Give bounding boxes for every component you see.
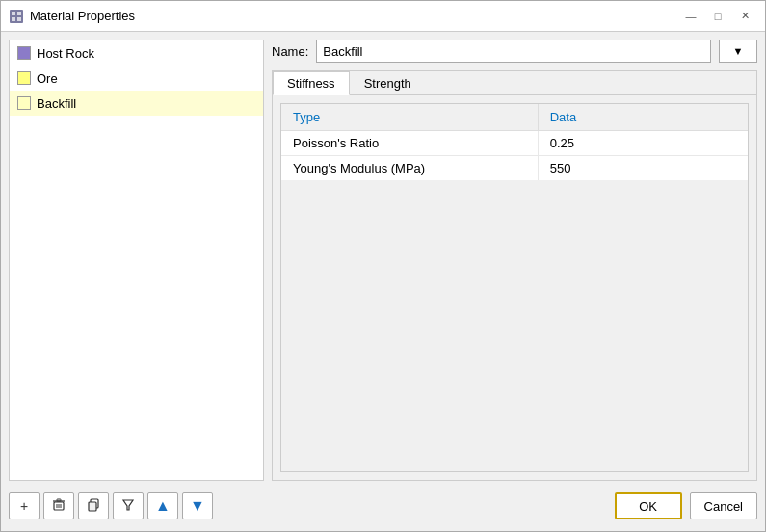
copy-icon: [87, 498, 100, 515]
window-controls: — □ ✕: [678, 7, 757, 26]
svg-rect-3: [12, 17, 15, 21]
svg-rect-4: [17, 17, 21, 21]
move-down-button[interactable]: ▼: [182, 492, 213, 519]
toolbar-right: OK Cancel: [615, 492, 757, 519]
arrow-up-icon: ▲: [155, 497, 171, 515]
main-content: Host Rock Ore Backfill Name:: [9, 40, 757, 481]
tab-stiffness[interactable]: Stiffness: [273, 71, 350, 95]
row-0-data: 0.25: [538, 131, 748, 156]
stiffness-table: Type Data Poisson's Ratio 0.25: [281, 104, 748, 180]
window-body: Host Rock Ore Backfill Name:: [1, 32, 765, 531]
material-properties-window: Material Properties — □ ✕ Host Rock Ore: [0, 0, 766, 532]
window-title: Material Properties: [30, 9, 673, 23]
bottom-bar: +: [9, 489, 757, 523]
window-icon: [9, 9, 24, 24]
table-row: Poisson's Ratio 0.25: [281, 131, 748, 156]
material-list-panel: Host Rock Ore Backfill: [9, 40, 264, 481]
toolbar-left: +: [9, 492, 615, 519]
row-1-type: Young's Modulus (MPa): [281, 156, 538, 181]
arrow-down-icon: ▼: [190, 497, 205, 515]
row-0-type: Poisson's Ratio: [281, 131, 538, 156]
svg-marker-13: [123, 500, 133, 510]
name-input[interactable]: [316, 40, 711, 63]
backfill-label: Backfill: [37, 96, 76, 111]
backfill-swatch: [17, 96, 31, 110]
right-panel: Name: ▼ Stiffness Strength: [272, 40, 757, 481]
delete-icon: [52, 498, 66, 515]
svg-rect-2: [17, 12, 21, 15]
filter-button[interactable]: [113, 492, 144, 519]
col-header-data: Data: [538, 104, 748, 131]
svg-rect-1: [12, 12, 15, 15]
material-list: Host Rock Ore Backfill: [10, 40, 263, 480]
host-rock-swatch: [17, 46, 31, 60]
cancel-button[interactable]: Cancel: [690, 492, 757, 519]
host-rock-label: Host Rock: [37, 46, 94, 61]
move-up-button[interactable]: ▲: [147, 492, 178, 519]
tab-stiffness-label: Stiffness: [287, 76, 335, 91]
copy-button[interactable]: [78, 492, 109, 519]
col-header-type: Type: [281, 104, 538, 131]
svg-rect-12: [89, 502, 96, 511]
name-row: Name: ▼: [272, 40, 757, 63]
table-row: Young's Modulus (MPa) 550: [281, 156, 748, 181]
filter-icon: [121, 498, 135, 515]
title-bar: Material Properties — □ ✕: [1, 1, 765, 32]
name-label: Name:: [272, 44, 308, 59]
tab-strip: Stiffness Strength: [273, 71, 756, 95]
name-dropdown-button[interactable]: ▼: [719, 40, 757, 63]
maximize-button[interactable]: □: [705, 7, 730, 26]
row-1-data: 550: [538, 156, 748, 181]
minimize-button[interactable]: —: [678, 7, 703, 26]
add-button[interactable]: +: [9, 492, 40, 519]
stiffness-table-container: Type Data Poisson's Ratio 0.25: [280, 103, 749, 472]
tab-panel-stiffness: Type Data Poisson's Ratio 0.25: [273, 95, 756, 480]
delete-button[interactable]: [43, 492, 74, 519]
close-button[interactable]: ✕: [732, 7, 757, 26]
add-icon: +: [20, 498, 28, 514]
material-item-backfill[interactable]: Backfill: [10, 91, 263, 116]
tab-strength-label: Strength: [364, 76, 411, 91]
svg-rect-7: [57, 499, 61, 501]
material-item-host-rock[interactable]: Host Rock: [10, 40, 263, 66]
ok-button[interactable]: OK: [615, 492, 682, 519]
material-item-ore[interactable]: Ore: [10, 66, 263, 91]
ore-swatch: [17, 71, 31, 85]
ore-label: Ore: [37, 71, 58, 86]
tabs-container: Stiffness Strength Type: [272, 70, 757, 481]
tab-strength[interactable]: Strength: [350, 71, 426, 95]
